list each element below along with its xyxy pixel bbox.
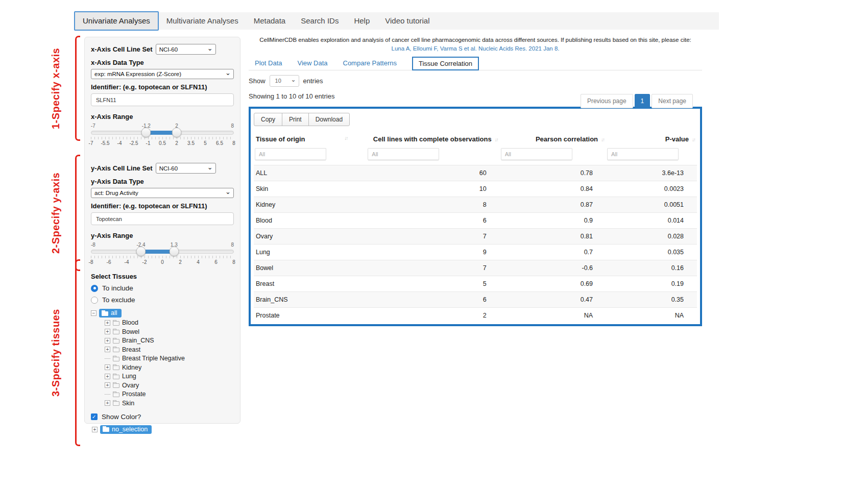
table-row[interactable]: Bowel7-0.60.16 bbox=[254, 260, 697, 276]
to-include-radio[interactable] bbox=[91, 285, 98, 292]
tree-node-bowel: +Bowel bbox=[105, 327, 234, 336]
page-number-active[interactable]: 1 bbox=[635, 94, 650, 108]
x-axis-data-type-select[interactable]: exp: mRNA Expression (Z-Score) bbox=[91, 69, 234, 79]
tree-node-label[interactable]: Kidney bbox=[122, 364, 141, 371]
to-exclude-label: To exclude bbox=[102, 296, 135, 304]
column-header-cell-lines-with-complete-observations[interactable]: Cell lines with complete observations↓↑ bbox=[367, 132, 499, 148]
sort-icon[interactable]: ↓↑ bbox=[495, 137, 498, 142]
copy-button[interactable]: Copy bbox=[254, 113, 282, 126]
column-header-tissue-of-origin[interactable]: Tissue of origin↓↑ bbox=[254, 132, 367, 148]
expand-icon[interactable]: + bbox=[105, 347, 110, 352]
nav-tab-search-ids[interactable]: Search IDs bbox=[293, 12, 346, 30]
cell-value: 0.028 bbox=[606, 228, 697, 244]
column-header-p-value[interactable]: P-value↓↑ bbox=[606, 132, 697, 148]
x-axis-range-slider[interactable]: -78-1.22-7-5.5-4-2.5-10.523.556.58 bbox=[91, 123, 234, 148]
filter-input-tissue-of-origin[interactable] bbox=[255, 148, 326, 160]
folder-icon bbox=[113, 365, 119, 370]
cell-value: 0.9 bbox=[500, 212, 606, 228]
sort-icon[interactable]: ↓↑ bbox=[344, 135, 347, 141]
cell-value: -0.6 bbox=[500, 260, 606, 276]
entries-per-page-select[interactable]: 10 bbox=[270, 75, 299, 87]
tree-node-label[interactable]: Lung bbox=[122, 373, 136, 380]
filter-input-p-value[interactable] bbox=[607, 148, 679, 160]
slider-handle-low[interactable] bbox=[136, 247, 146, 256]
y-axis-cell-line-set-select[interactable]: NCI-60 bbox=[156, 163, 216, 174]
tree-node-all-pill[interactable]: all bbox=[99, 309, 122, 318]
expand-icon[interactable]: + bbox=[92, 427, 98, 432]
table-row[interactable]: Lung90.70.035 bbox=[254, 244, 697, 260]
expand-icon[interactable]: + bbox=[105, 320, 110, 326]
nav-tab-help[interactable]: Help bbox=[346, 12, 377, 30]
table-row[interactable]: Blood60.90.014 bbox=[254, 212, 697, 228]
tree-node-no-selection: + no_selection bbox=[92, 425, 234, 434]
next-page-button[interactable]: Next page bbox=[652, 94, 693, 108]
tree-node-label[interactable]: Bowel bbox=[122, 328, 139, 335]
table-row[interactable]: Ovary70.810.028 bbox=[254, 228, 697, 244]
expand-icon[interactable]: + bbox=[105, 374, 110, 379]
subtab-compare-patterns[interactable]: Compare Patterns bbox=[343, 59, 397, 67]
to-include-option[interactable]: To include bbox=[91, 284, 234, 292]
tree-node-label[interactable]: Ovary bbox=[122, 382, 139, 389]
tree-node-label[interactable]: Prostate bbox=[122, 391, 146, 398]
slider-tick-label: 6.5 bbox=[216, 140, 223, 146]
y-axis-range-slider[interactable]: -88-2.41.3-8-6-4-202468 bbox=[91, 242, 234, 266]
tree-node-label[interactable]: Skin bbox=[122, 400, 134, 407]
tree-node-label[interactable]: Breast bbox=[122, 346, 140, 353]
y-axis-identifier-input[interactable] bbox=[91, 212, 234, 225]
filter-input-pearson-correlation[interactable] bbox=[501, 148, 572, 160]
slider-handle-low[interactable] bbox=[141, 128, 151, 137]
expand-icon[interactable]: + bbox=[105, 400, 110, 406]
sort-icon[interactable]: ↓↑ bbox=[692, 137, 695, 142]
x-axis-range-label: x-Axis Range bbox=[91, 113, 234, 120]
to-exclude-option[interactable]: To exclude bbox=[91, 296, 234, 304]
table-row[interactable]: ALL600.783.6e-13 bbox=[254, 165, 697, 181]
slider-handle-high[interactable] bbox=[172, 128, 182, 137]
tree-connector bbox=[105, 358, 110, 359]
slider-handle-high[interactable] bbox=[169, 247, 179, 256]
download-button[interactable]: Download bbox=[308, 113, 350, 126]
nav-tab-univariate-analyses[interactable]: Univariate Analyses bbox=[74, 11, 159, 31]
expand-icon[interactable]: + bbox=[105, 364, 110, 370]
citation-link[interactable]: Luna A, Elloumi F, Varma S et al. Nuclei… bbox=[249, 45, 702, 52]
folder-icon bbox=[113, 393, 119, 397]
tree-node-no-selection-pill[interactable]: no_selection bbox=[100, 425, 152, 434]
subtab-plot-data[interactable]: Plot Data bbox=[255, 59, 282, 67]
column-header-pearson-correlation[interactable]: Pearson correlation↓↑ bbox=[500, 132, 606, 148]
nav-tab-metadata[interactable]: Metadata bbox=[246, 12, 294, 30]
table-row[interactable]: Skin100.840.0023 bbox=[254, 181, 697, 197]
table-row[interactable]: Breast50.690.19 bbox=[254, 276, 697, 291]
cell-value: 0.7 bbox=[500, 244, 606, 260]
show-color-checkbox[interactable] bbox=[91, 413, 98, 420]
x-axis-identifier-input[interactable] bbox=[91, 93, 234, 106]
tree-node-label[interactable]: Blood bbox=[122, 319, 138, 326]
show-color-option[interactable]: Show Color? bbox=[91, 413, 234, 421]
subtab-tissue-correlation[interactable]: Tissue Correlation bbox=[412, 57, 479, 70]
tree-node-label[interactable]: Brain_CNS bbox=[122, 337, 154, 344]
tree-node-label: all bbox=[111, 309, 117, 316]
subtab-view-data[interactable]: View Data bbox=[297, 59, 327, 67]
expand-icon[interactable]: + bbox=[105, 382, 110, 388]
slider-tick-label: -2 bbox=[142, 259, 147, 265]
y-axis-data-type-select[interactable]: act: Drug Activity bbox=[91, 188, 234, 198]
table-row[interactable]: Kidney80.870.0051 bbox=[254, 197, 697, 212]
previous-page-button[interactable]: Previous page bbox=[581, 94, 633, 108]
slider-tick-label: 5 bbox=[204, 140, 207, 146]
table-row[interactable]: Prostate2NANA bbox=[254, 307, 697, 323]
table-row[interactable]: Brain_CNS60.470.35 bbox=[254, 291, 697, 307]
cell-tissue: Blood bbox=[254, 212, 367, 228]
cell-value: 0.78 bbox=[500, 165, 606, 181]
cell-tissue: Breast bbox=[254, 276, 367, 291]
nav-tab-multivariate-analyses[interactable]: Multivariate Analyses bbox=[159, 12, 246, 30]
expand-icon[interactable]: + bbox=[105, 329, 110, 334]
expand-icon[interactable]: + bbox=[105, 338, 110, 344]
tree-node-label[interactable]: Breast Triple Negative bbox=[122, 355, 185, 362]
nav-tab-video-tutorial[interactable]: Video tutorial bbox=[377, 12, 437, 30]
x-axis-cell-line-set-select[interactable]: NCI-60 bbox=[156, 44, 216, 55]
collapse-icon[interactable]: − bbox=[91, 310, 97, 316]
print-button[interactable]: Print bbox=[282, 113, 309, 126]
to-exclude-radio[interactable] bbox=[91, 297, 98, 304]
filter-input-cell-lines-with-complete-observations[interactable] bbox=[368, 148, 439, 160]
cell-value: 0.84 bbox=[500, 181, 606, 197]
sort-icon[interactable]: ↓↑ bbox=[601, 137, 604, 142]
tree-node-ovary: +Ovary bbox=[105, 381, 234, 390]
